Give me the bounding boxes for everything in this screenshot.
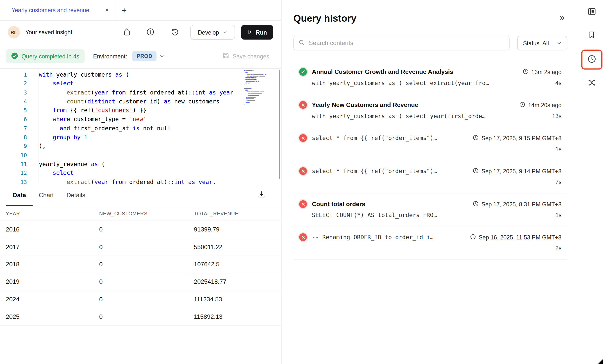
line-number: 13 <box>0 178 27 184</box>
play-icon <box>247 29 252 36</box>
results-tab-chart[interactable]: Chart <box>39 184 54 206</box>
chevron-down-icon[interactable] <box>159 54 164 58</box>
table-row[interactable]: 20250115892.13 <box>0 308 281 326</box>
table-cell: 0 <box>99 243 194 250</box>
sql-editor[interactable]: 1with yearly_customers as (2 select3 ext… <box>0 68 281 184</box>
tab-title: Yearly customers and revenue <box>11 7 89 13</box>
history-time-text: Sep 17, 2025, 8:31 PM GMT+8 <box>481 201 561 207</box>
table-cell: 0 <box>99 296 194 303</box>
line-number: 5 <box>0 106 27 115</box>
clock-icon <box>522 68 529 76</box>
table-cell: 111234.53 <box>194 296 281 303</box>
code-text <box>27 151 39 160</box>
query-history-header: Query history <box>294 13 567 24</box>
info-button[interactable] <box>144 26 156 38</box>
table-cell: 2017 <box>6 243 99 250</box>
minimap-line <box>244 81 269 82</box>
version-history-button[interactable] <box>169 26 181 38</box>
code-text: yearly_revenue as ( <box>27 160 105 169</box>
column-header: TOTAL_REVENUE <box>194 211 281 216</box>
new-tab-button[interactable]: + <box>119 5 129 15</box>
history-item[interactable]: -- Renaming ORDER_ID to order_id i…Sep 1… <box>294 227 567 260</box>
history-item[interactable]: Yearly New Customers and Revenue14m 20s … <box>294 94 567 127</box>
line-number: 10 <box>0 151 27 160</box>
code-line: 5 from {{ ref('customers') }} <box>0 106 281 115</box>
results-tab-details[interactable]: Details <box>66 184 85 206</box>
history-code-preview: SELECT COUNT(*) AS total_orders FRO… <box>312 212 548 219</box>
minimap[interactable] <box>244 70 269 106</box>
environment-value-badge[interactable]: PROD <box>132 51 156 61</box>
history-item[interactable]: Count total ordersSep 17, 2025, 8:31 PM … <box>294 193 567 227</box>
info-icon <box>146 28 154 37</box>
tab-yearly-customers-and-revenue[interactable]: Yearly customers and revenue × <box>0 0 115 20</box>
status-filter-dropdown[interactable]: Status All <box>517 36 567 50</box>
save-changes-button[interactable]: Save changes <box>222 52 269 60</box>
table-row[interactable]: 201902025418.77 <box>0 273 281 291</box>
table-cell: 2025 <box>6 313 99 320</box>
close-icon[interactable]: × <box>105 7 109 13</box>
corner-marker <box>598 359 603 364</box>
history-item[interactable]: Annual Customer Growth and Revenue Analy… <box>294 61 567 94</box>
bookmark-icon <box>588 31 596 40</box>
run-button[interactable]: Run <box>241 25 273 40</box>
minimap-line <box>244 72 269 73</box>
share-button[interactable] <box>121 26 133 38</box>
query-status-badge: Query completed in 4s <box>6 49 85 63</box>
tab-bar: Yearly customers and revenue × + <box>0 0 281 21</box>
history-item[interactable]: select * from {{ ref("order_items")…Sep … <box>294 127 567 160</box>
minimap-line <box>244 90 269 91</box>
query-history-button[interactable] <box>585 53 599 67</box>
code-text: count(distinct customer_id) as new_custo… <box>27 97 219 106</box>
history-time-text: 14m 20s ago <box>528 102 561 108</box>
line-number: 2 <box>0 79 27 88</box>
history-code-preview: with yearly_customers as ( select extrac… <box>312 80 548 87</box>
table-row[interactable]: 2016091399.79 <box>0 221 281 238</box>
panel-title: Query history <box>294 13 356 24</box>
history-item-row: Yearly New Customers and Revenue14m 20s … <box>312 99 567 110</box>
develop-button[interactable]: Develop <box>190 25 235 40</box>
clock-icon <box>470 234 476 241</box>
history-code-preview: with yearly_customers as ( select year(f… <box>312 113 545 120</box>
collapse-panel-button[interactable] <box>556 13 567 24</box>
results-tab-data[interactable]: Data <box>13 184 26 206</box>
history-time-text: Sep 17, 2025, 9:14 PM GMT+8 <box>481 168 561 174</box>
query-list-button[interactable] <box>585 5 599 19</box>
history-item-row: select * from {{ ref("order_items")…Sep … <box>312 133 567 143</box>
history-item-row: 2s <box>312 243 567 254</box>
table-row[interactable]: 20240111234.53 <box>0 291 281 308</box>
table-cell: 0 <box>99 226 194 233</box>
error-x-icon <box>299 167 307 175</box>
history-time-text: Sep 17, 2025, 9:15 PM GMT+8 <box>481 135 561 141</box>
history-item[interactable]: select * from {{ ref("order_items")…Sep … <box>294 160 567 193</box>
search-box[interactable] <box>294 36 510 50</box>
bookmarks-button[interactable] <box>585 28 599 42</box>
minimap-line <box>244 104 269 104</box>
line-number: 8 <box>0 133 27 142</box>
lineage-button[interactable] <box>585 76 599 90</box>
code-text: ), <box>27 142 46 151</box>
code-line: 8 group by 1 <box>0 133 281 142</box>
table-row[interactable]: 20170550011.22 <box>0 238 281 256</box>
history-title: Yearly New Customers and Revenue <box>312 102 418 109</box>
status-filter-label: Status <box>523 40 539 46</box>
table-row[interactable]: 20180107642.5 <box>0 256 281 273</box>
history-time: 14m 20s ago <box>519 101 561 109</box>
results-tabs-row: DataChartDetails <box>0 184 281 206</box>
code-line: 13 extract(year from ordered_at)::int as… <box>0 178 281 184</box>
app-root: Yearly customers and revenue × + BL Your… <box>0 0 603 364</box>
error-x-icon <box>299 200 307 208</box>
minimap-line <box>244 79 269 80</box>
clock-icon <box>473 168 479 175</box>
share-icon <box>123 28 131 37</box>
minimap-line <box>244 88 269 89</box>
editor-scrollbar[interactable] <box>279 70 280 179</box>
table-cell: 0 <box>99 261 194 268</box>
results-table-header: YEARNEW_CUSTOMERSTOTAL_REVENUE <box>0 206 281 221</box>
success-check-icon <box>299 68 307 76</box>
line-number: 11 <box>0 160 27 169</box>
download-button[interactable] <box>255 189 267 201</box>
numbered-list-icon <box>587 7 596 17</box>
search-input[interactable] <box>309 40 504 46</box>
code-line: 6 where customer_type = 'new' <box>0 115 281 124</box>
history-item-body: Yearly New Customers and Revenue14m 20s … <box>312 99 567 121</box>
